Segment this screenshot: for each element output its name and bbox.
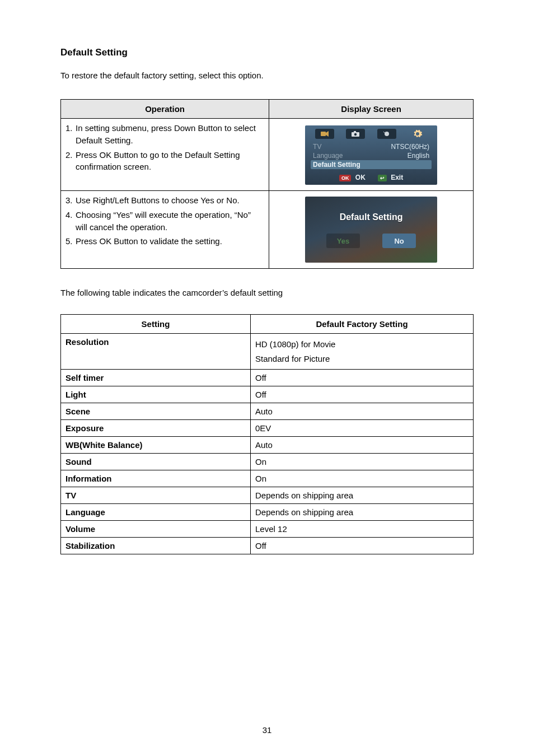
intro-text: To restore the default factory setting, … [60, 71, 474, 80]
op-header: Operation [61, 100, 269, 119]
movie-tab-icon [315, 129, 334, 139]
step-num: 2. [65, 149, 76, 174]
yes-no-row: Yes No [305, 234, 437, 248]
table-row: LightOff [61, 386, 474, 403]
setting-header: Setting [61, 315, 251, 334]
operation-table: Operation Display Screen 1. In setting s… [60, 99, 474, 269]
setting-value: Depends on shipping area [251, 487, 474, 504]
setting-value: HD (1080p) for MovieStandard for Picture [251, 334, 474, 370]
step-text: In setting submenu, press Down Button to… [76, 122, 264, 147]
setting-value: Auto [251, 403, 474, 420]
svg-point-5 [385, 132, 389, 136]
step-5: 5. Press OK Button to validate the setti… [65, 235, 264, 248]
setting-label: Language [61, 504, 251, 521]
page: Default Setting To restore the default f… [0, 0, 534, 756]
table-row: Exposure0EV [61, 420, 474, 437]
screen-header: Display Screen [269, 100, 474, 119]
setting-label: WB(White Balance) [61, 437, 251, 454]
setting-label: TV [61, 487, 251, 504]
setting-value: On [251, 454, 474, 470]
setting-value: Depends on shipping area [251, 504, 474, 521]
step-text: Use Right/Left Buttons to choose Yes or … [76, 194, 264, 207]
setting-label: Self timer [61, 370, 251, 386]
steps-block-2: 3. Use Right/Left Buttons to choose Yes … [65, 194, 264, 248]
table-row: TVDepends on shipping area [61, 487, 474, 504]
step-num: 3. [65, 194, 76, 207]
exit-indicator: ↩ Exit [378, 174, 403, 181]
setting-value: Level 12 [251, 521, 474, 538]
default-settings-table: Setting Default Factory Setting Resoluti… [60, 314, 474, 554]
effects-tab-icon [377, 129, 396, 139]
setting-label: Stabilization [61, 538, 251, 554]
step-num: 5. [65, 235, 76, 248]
table-row: SceneAuto [61, 403, 474, 420]
setting-value: 0EV [251, 420, 474, 437]
setting-label: Light [61, 386, 251, 403]
setting-label: Resolution [61, 334, 251, 370]
table-row: ResolutionHD (1080p) for MovieStandard f… [61, 334, 474, 370]
gear-tab-icon [408, 129, 427, 139]
step-text: Press OK Button to validate the setting. [76, 235, 264, 248]
menu-row-tv: TV NTSC(60Hz) [311, 142, 432, 151]
table-row: 3. Use Right/Left Buttons to choose Yes … [61, 191, 474, 269]
default-table-intro: The following table indicates the camcor… [60, 288, 474, 297]
step-2: 2. Press OK Button to go to the Default … [65, 149, 264, 174]
setting-value: On [251, 470, 474, 487]
table-row: LanguageDepends on shipping area [61, 504, 474, 521]
menu-value: English [407, 152, 429, 160]
camera-tab-icon [346, 129, 365, 139]
setting-label: Sound [61, 454, 251, 470]
settings-menu-screen: TV NTSC(60Hz) Language English Default S… [305, 125, 437, 185]
step-3: 3. Use Right/Left Buttons to choose Yes … [65, 194, 264, 207]
menu-label: TV [313, 143, 321, 151]
steps-block-1: 1. In setting submenu, press Down Button… [65, 122, 264, 173]
setting-label: Information [61, 470, 251, 487]
exit-label: Exit [391, 174, 403, 181]
table-row: WB(White Balance)Auto [61, 437, 474, 454]
no-option: No [382, 234, 416, 248]
step-text: Choosing “Yes” will execute the operatio… [76, 209, 264, 234]
svg-marker-1 [326, 131, 329, 137]
bottom-bar: OK OK ↩ Exit [305, 170, 437, 181]
page-title: Default Setting [60, 47, 474, 58]
step-1: 1. In setting submenu, press Down Button… [65, 122, 264, 147]
setting-value: Off [251, 370, 474, 386]
table-row: VolumeLevel 12 [61, 521, 474, 538]
menu-row-language: Language English [311, 151, 432, 160]
page-number: 31 [0, 725, 534, 735]
svg-rect-0 [321, 132, 326, 136]
ok-label: OK [355, 174, 366, 181]
svg-rect-4 [354, 131, 356, 133]
table-row: StabilizationOff [61, 538, 474, 554]
setting-label: Exposure [61, 420, 251, 437]
table-row: SoundOn [61, 454, 474, 470]
menu-label: Language [313, 152, 343, 160]
setting-value: Auto [251, 437, 474, 454]
step-num: 1. [65, 122, 76, 147]
menu-row-default-setting: Default Setting [311, 160, 432, 169]
confirm-screen: Default Setting Yes No [305, 197, 437, 263]
table-row: InformationOn [61, 470, 474, 487]
step-4: 4. Choosing “Yes” will execute the opera… [65, 209, 264, 234]
tab-bar [305, 129, 437, 141]
setting-label: Scene [61, 403, 251, 420]
setting-value: Off [251, 538, 474, 554]
value-header: Default Factory Setting [251, 315, 474, 334]
confirm-title: Default Setting [305, 212, 437, 222]
menu-rows: TV NTSC(60Hz) Language English Default S… [305, 141, 437, 170]
ok-pill-icon: OK [339, 175, 352, 181]
svg-point-3 [354, 133, 357, 136]
ok-indicator: OK OK [339, 174, 366, 181]
menu-value: NTSC(60Hz) [391, 143, 429, 151]
exit-pill-icon: ↩ [378, 175, 387, 181]
menu-label: Default Setting [313, 161, 360, 169]
table-row: Self timerOff [61, 370, 474, 386]
yes-option: Yes [326, 234, 360, 248]
setting-value: Off [251, 386, 474, 403]
step-text: Press OK Button to go to the Default Set… [76, 149, 264, 174]
table-row: 1. In setting submenu, press Down Button… [61, 119, 474, 191]
setting-label: Volume [61, 521, 251, 538]
step-num: 4. [65, 209, 76, 234]
